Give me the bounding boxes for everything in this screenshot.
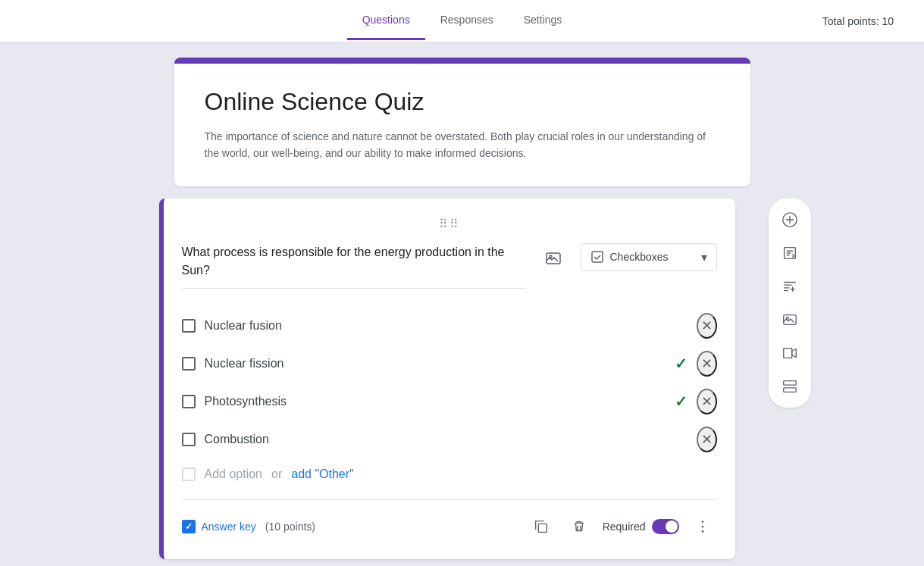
nav-tabs: Questions Responses Settings xyxy=(347,2,578,40)
title-card: Online Science Quiz The importance of sc… xyxy=(174,58,750,186)
quiz-title: Online Science Quiz xyxy=(205,88,720,116)
svg-rect-11 xyxy=(783,348,791,358)
add-option-checkbox xyxy=(182,467,196,481)
option-remove-button-4[interactable]: ✕ xyxy=(697,427,717,452)
tab-questions[interactable]: Questions xyxy=(347,2,425,40)
main-content: Online Science Quiz The importance of sc… xyxy=(0,42,924,566)
option-row-2: Nuclear fission ✓ ✕ xyxy=(182,345,717,383)
question-card-wrapper: ⠿⠿ What process is responsible for the e… xyxy=(159,199,766,559)
tab-responses[interactable]: Responses xyxy=(425,2,509,40)
right-sidebar xyxy=(769,199,811,408)
checkbox-type-icon xyxy=(590,250,604,264)
add-other-link[interactable]: add "Other" xyxy=(291,467,354,481)
add-option-text[interactable]: Add option xyxy=(205,467,263,481)
dropdown-arrow-icon: ▾ xyxy=(701,250,707,264)
add-image-button[interactable] xyxy=(775,305,805,335)
total-points: Total points: 10 xyxy=(822,15,894,27)
option-remove-button-3[interactable]: ✕ xyxy=(697,389,717,414)
question-type-label: Checkboxes xyxy=(610,251,695,263)
option-text-1: Nuclear fusion xyxy=(205,319,688,333)
svg-rect-13 xyxy=(783,388,796,392)
svg-rect-3 xyxy=(538,524,547,532)
option-remove-button-2[interactable]: ✕ xyxy=(697,351,717,377)
answer-key-checkbox-icon: ✓ xyxy=(182,520,196,533)
option-text-2: Nuclear fission xyxy=(205,357,666,371)
tab-settings[interactable]: Settings xyxy=(509,2,578,40)
duplicate-button[interactable] xyxy=(527,512,556,541)
option-checkbox-3[interactable] xyxy=(182,395,196,408)
more-options-button[interactable] xyxy=(688,512,717,541)
svg-rect-12 xyxy=(783,380,796,385)
add-video-button[interactable] xyxy=(775,338,805,368)
answer-key-label: Answer key xyxy=(202,521,256,533)
drag-handle: ⠿⠿ xyxy=(182,217,717,231)
correct-check-icon-3: ✓ xyxy=(675,392,688,411)
question-text: What process is responsible for the ener… xyxy=(182,243,526,289)
answer-key-button[interactable]: ✓ Answer key xyxy=(182,520,256,533)
correct-check-icon-2: ✓ xyxy=(675,355,688,373)
option-checkbox-1[interactable] xyxy=(182,319,196,333)
option-remove-button-1[interactable]: ✕ xyxy=(697,313,717,339)
option-row-1: Nuclear fusion ✕ xyxy=(182,307,717,345)
option-text-3: Photosynthesis xyxy=(205,395,666,408)
add-question-button[interactable] xyxy=(775,205,805,235)
option-text-4: Combustion xyxy=(205,433,688,446)
quiz-description: The importance of science and nature can… xyxy=(205,128,720,162)
question-type-dropdown[interactable]: Checkboxes ▾ xyxy=(581,243,717,271)
add-option-row: Add option or add "Other" xyxy=(182,461,717,487)
top-nav: Questions Responses Settings Total point… xyxy=(0,0,924,42)
option-checkbox-2[interactable] xyxy=(182,357,196,371)
options-list: Nuclear fusion ✕ Nuclear fission ✓ ✕ Pho… xyxy=(182,307,717,487)
add-section-button[interactable] xyxy=(775,371,805,402)
svg-point-6 xyxy=(701,530,703,533)
svg-point-5 xyxy=(701,525,703,527)
required-section: Required xyxy=(603,519,679,534)
question-header: What process is responsible for the ener… xyxy=(182,243,717,289)
required-toggle[interactable] xyxy=(652,519,679,534)
option-checkbox-4[interactable] xyxy=(182,433,196,446)
svg-point-4 xyxy=(701,521,703,523)
import-questions-button[interactable] xyxy=(775,238,805,268)
add-title-button[interactable] xyxy=(775,271,805,302)
or-text: or xyxy=(271,467,282,481)
required-label: Required xyxy=(603,521,646,533)
option-row-4: Combustion ✕ xyxy=(182,421,717,458)
toggle-track xyxy=(652,519,679,534)
option-row-3: Photosynthesis ✓ ✕ xyxy=(182,383,717,421)
points-label: (10 points) xyxy=(265,521,315,533)
delete-button[interactable] xyxy=(565,512,594,541)
question-text-area: What process is responsible for the ener… xyxy=(182,243,526,289)
question-image-button[interactable] xyxy=(538,243,568,274)
question-card: ⠿⠿ What process is responsible for the e… xyxy=(159,199,735,559)
card-footer: ✓ Answer key (10 points) xyxy=(182,499,717,541)
svg-rect-2 xyxy=(592,252,603,262)
toggle-thumb xyxy=(666,521,678,533)
